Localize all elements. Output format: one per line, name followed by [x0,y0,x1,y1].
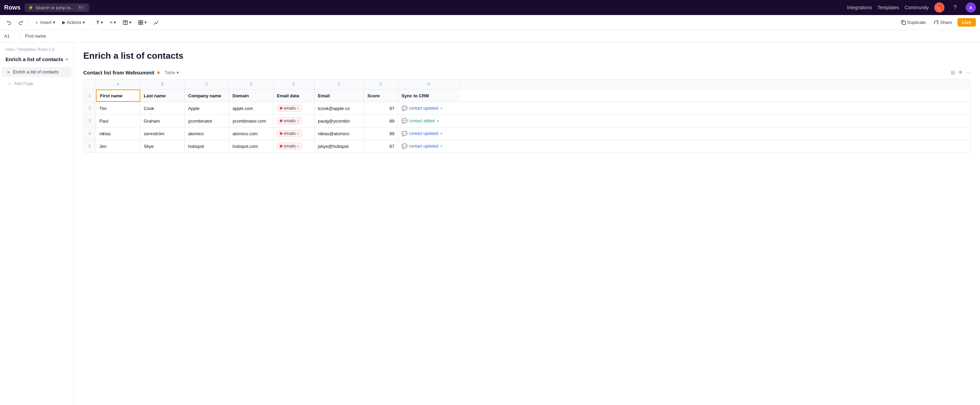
format1-button[interactable]: ▾ [120,18,134,26]
table-name: Contact list from Websummit [83,70,154,75]
emails-tag-3[interactable]: emails ▾ [277,118,302,124]
cell-c1[interactable]: Company name [185,89,229,102]
search-shortcut: ⌘K [76,5,86,11]
search-bar[interactable]: ⚡ Search or jump to... ⌘K [25,3,89,12]
cell-e5[interactable]: emails ▾ [274,140,315,152]
cell-e4[interactable]: emails ▾ [274,127,315,140]
cell-f3[interactable]: paulg@ycombin [315,115,364,127]
cell-g5[interactable]: 87 [364,140,398,152]
cell-a5[interactable]: Jen [96,140,140,152]
nav-templates[interactable]: Templates [877,5,899,10]
cell-e1[interactable]: Email data [274,89,315,102]
cell-c3[interactable]: ycombinator [185,115,229,127]
cell-h4[interactable]: 💬 contact updated ▾ [398,127,460,140]
crm-tag-2[interactable]: 💬 contact updated ▾ [402,105,442,111]
cell-b1[interactable]: Last name [140,89,185,102]
cell-d5[interactable]: hubspot.com [229,140,274,152]
table-type-button[interactable]: Table ▾ [162,69,181,76]
cell-c4[interactable]: atomico [185,127,229,140]
cell-d4[interactable]: atomico.com [229,127,274,140]
cell-d3[interactable]: ycombinator.com [229,115,274,127]
cell-h2[interactable]: 💬 contact updated ▾ [398,102,460,114]
actions-button[interactable]: ▶ Actions ▾ [59,18,88,26]
crm-chevron-icon-4[interactable]: ▾ [441,132,442,136]
cell-h5[interactable]: 💬 contact updated ▾ [398,140,460,152]
crm-tag-3[interactable]: 💬 contact added ▾ [402,118,439,124]
table-row: 5 Jen Skye hubspot hubspot.com emails ▾ … [84,140,970,152]
sidebar-item-enrich-contacts[interactable]: ▶ Enrich a list of contacts [2,67,72,77]
crm-tag-4[interactable]: 💬 contact updated ▾ [402,131,442,136]
cell-b5[interactable]: Skye [140,140,185,152]
cell-g3[interactable]: 89 [364,115,398,127]
chart-button[interactable] [151,19,161,26]
cell-a2[interactable]: Tim [96,102,140,114]
font-button[interactable]: T ▾ [94,18,106,27]
cell-b2[interactable]: Cook [140,102,185,114]
cell-d1[interactable]: Domain [229,89,274,102]
col-header-h[interactable]: H [398,79,460,89]
format2-button[interactable]: ▾ [135,18,150,26]
cell-h1[interactable]: Sync to CRM [398,89,460,102]
crm-icon-3: 💬 [402,118,407,124]
spreadsheet: A B C D E F G H 1 First name Last name C… [83,79,970,152]
cell-a4[interactable]: niklas [96,127,140,140]
cell-e3[interactable]: emails ▾ [274,115,315,127]
cell-a1[interactable]: First name [96,89,140,102]
emails-dot-icon [280,107,282,110]
col-header-b[interactable]: B [140,79,185,89]
emails-chevron-icon: ▾ [297,106,299,110]
table-row: 3 Paul Graham ycombinator ycombinator.co… [84,115,970,127]
share-button[interactable]: Share [931,18,955,26]
cell-g1[interactable]: Score [364,89,398,102]
duplicate-button[interactable]: Duplicate [898,18,928,26]
cell-reference: A1 [4,33,16,38]
crm-chevron-icon-5[interactable]: ▾ [441,144,442,149]
crm-chevron-icon-3[interactable]: ▾ [437,119,439,123]
cell-f5[interactable]: jskye@hubspot. [315,140,364,152]
page-title-chevron-icon[interactable]: ▾ [65,57,68,62]
cell-f2[interactable]: tcook@apple.co [315,102,364,114]
live-button[interactable]: Live [958,18,976,27]
insert-button[interactable]: ＋ Insert ▾ [32,18,58,27]
align-button[interactable]: ≡▾ [107,18,119,26]
redo-button[interactable] [16,19,26,26]
crm-tag-5[interactable]: 💬 contact updated ▾ [402,143,442,149]
emails-tag-4[interactable]: emails ▾ [277,130,302,137]
emails-tag-2[interactable]: emails ▾ [277,105,302,112]
table-row: 2 Tim Cook Apple apple.com emails ▾ tcoo… [84,102,970,115]
cell-b4[interactable]: zennström [140,127,185,140]
doc-title: Enrich a list of contacts [83,51,970,61]
more-icon[interactable]: ··· [966,70,970,76]
cell-h3[interactable]: 💬 contact added ▾ [398,115,460,127]
gift-icon[interactable]: 🎁 [934,2,945,13]
cell-f1[interactable]: Email [315,89,364,102]
col-header-d[interactable]: D [229,79,274,89]
emails-label: emails [284,131,296,136]
nav-community[interactable]: Community [905,5,929,10]
cell-g2[interactable]: 97 [364,102,398,114]
col-header-e[interactable]: E [274,79,315,89]
col-header-g[interactable]: G [364,79,398,89]
emails-chevron-icon: ▾ [297,145,299,148]
filter-icon[interactable]: ⊞ [951,69,955,76]
emails-tag-5[interactable]: emails ▾ [277,143,302,149]
col-header-f[interactable]: F [315,79,364,89]
crm-chevron-icon-2[interactable]: ▾ [441,106,442,111]
cell-b3[interactable]: Graham [140,115,185,127]
nav-integrations[interactable]: Integrations [847,5,872,10]
cell-c5[interactable]: hubspot [185,140,229,152]
avatar[interactable]: A [966,2,976,13]
sidebar-item-label: Enrich a list of contacts [13,69,59,75]
cell-g4[interactable]: 99 [364,127,398,140]
cell-d2[interactable]: apple.com [229,102,274,114]
undo-button[interactable] [4,19,14,26]
help-icon[interactable]: ? [950,2,960,13]
add-page-button[interactable]: ＋ Add Page [0,78,73,89]
col-header-c[interactable]: C [185,79,229,89]
view-icon[interactable]: 👁 [958,70,963,76]
col-header-a[interactable]: A [96,79,140,89]
cell-f4[interactable]: niklas@atomico [315,127,364,140]
cell-c2[interactable]: Apple [185,102,229,114]
cell-e2[interactable]: emails ▾ [274,102,315,114]
cell-a3[interactable]: Paul [96,115,140,127]
